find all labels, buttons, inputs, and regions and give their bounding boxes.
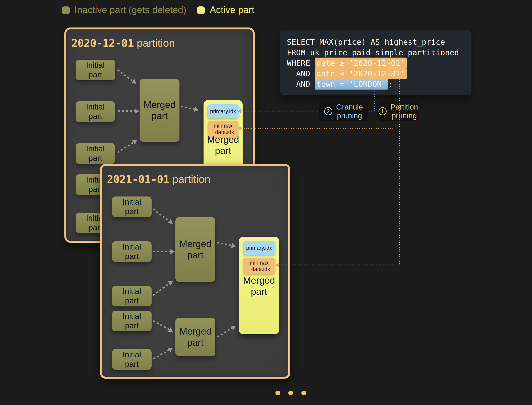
partition-2021-01-01-title: 2021-01-01 partition <box>107 173 211 186</box>
sql-text: FROM uk_price_paid_simple_partitioned <box>287 48 459 57</box>
part-label: Merged part <box>180 238 211 261</box>
date-upper-bound-highlight: date ≤ '2020-12-31' <box>315 68 407 79</box>
arrowhead-to-p1-minmax-idx-icon <box>237 126 241 131</box>
merge-arrow <box>118 110 135 112</box>
arrowhead-to-p1-primary-idx-icon <box>237 109 241 113</box>
step-1-circle-icon: 1 <box>378 107 387 115</box>
chip-label: primary.idx <box>210 108 236 115</box>
p2-primary-idx-chip: primary.idx <box>243 241 275 255</box>
part-label: Initial part <box>80 144 111 163</box>
p1-initial-part-1: Initial part <box>76 60 115 80</box>
part-label: Merged part <box>144 99 176 122</box>
inactive-part-swatch-icon <box>62 7 70 14</box>
chip-label: primary.idx <box>246 245 272 251</box>
partition-1-word: partition <box>134 37 175 49</box>
active-part-swatch-icon <box>197 7 205 14</box>
partition-1-date: 2020-12-01 <box>71 37 134 49</box>
pagination-dot-1[interactable] <box>276 391 280 395</box>
partition-2-word: partition <box>169 173 211 185</box>
sql-line-5: AND town = 'LONDON'; <box>287 79 465 89</box>
clickhouse-partition-pruning-diagram: Inactive part (gets deleted) Active part… <box>0 0 532 405</box>
arrowhead-to-p2-minmax-idx-icon <box>275 263 279 267</box>
granule-pruning-label: Granulepruning <box>336 102 363 120</box>
partition-pruning-line-a-horizontal <box>241 128 395 129</box>
part-label: Initial part <box>116 312 148 331</box>
p1-primary-idx-chip: primary.idx <box>207 104 239 118</box>
p2-minmax-date-idx-chip: minmax_date.idx <box>243 258 275 274</box>
merge-arrow <box>153 251 170 252</box>
part-label: Initial part <box>80 61 111 80</box>
callout-text: Granule <box>336 102 363 111</box>
sql-text: WHERE <box>287 59 315 68</box>
p2-merged-part-active: primary.idx minmax_date.idx Merged part <box>239 237 279 334</box>
legend-inactive-label: Inactive part (gets deleted) <box>74 5 186 15</box>
step-2-circle-icon: 2 <box>324 107 332 115</box>
sql-text: AND <box>287 80 315 88</box>
sql-text: ; <box>388 80 393 88</box>
part-label: Initial part <box>80 102 111 121</box>
part-label: Initial part <box>116 197 148 216</box>
town-filter-underline-line <box>352 87 375 88</box>
sql-line-1: SELECT MAX(price) AS highest_price <box>287 37 465 47</box>
granule-pruning-line-vertical <box>374 87 375 111</box>
part-label: Initial part <box>116 242 148 261</box>
part-label: Merged part <box>203 134 242 156</box>
sql-line-3: WHERE date ≥ '2020-12-01' <box>287 58 465 68</box>
partition-pruning-line-a-vertical <box>395 79 396 129</box>
legend-active-label: Active part <box>210 5 254 15</box>
pagination-dot-2[interactable] <box>288 391 293 395</box>
chip-label: minmax <box>250 259 269 266</box>
partition-pruning-callout: 1 Partitionpruning <box>377 102 419 121</box>
p1-initial-part-3: Initial part <box>76 143 115 164</box>
p2-merged-part-inactive-bottom: Merged part <box>175 318 215 356</box>
partition-pruning-line-b-horizontal <box>279 264 400 265</box>
p2-initial-part-4: Initial part <box>112 311 152 331</box>
part-label: Merged part <box>239 275 279 297</box>
sql-line-4: AND date ≤ '2020-12-31' <box>287 68 465 79</box>
town-filter-highlight: town = 'LONDON' <box>315 79 388 89</box>
date-lower-bound-highlight: date ≥ '2020-12-01' <box>315 58 407 68</box>
p2-merged-part-inactive-top: Merged part <box>175 217 215 282</box>
granule-pruning-callout: 2 Granulepruning <box>319 102 368 121</box>
partition-2-date: 2021-01-01 <box>107 173 169 186</box>
p1-merged-part-inactive: Merged part <box>140 79 180 142</box>
sql-text: AND <box>287 69 315 78</box>
p1-initial-part-2: Initial part <box>76 101 115 122</box>
pagination-dot-3[interactable] <box>301 391 306 395</box>
part-label: Initial part <box>116 350 148 369</box>
callout-text: pruning <box>392 111 417 120</box>
chip-label: _date.idx <box>248 266 270 272</box>
p2-initial-part-1: Initial part <box>112 196 152 217</box>
p2-initial-part-5: Initial part <box>112 349 152 370</box>
callout-text: pruning <box>337 111 362 120</box>
chip-label: minmax <box>214 122 233 129</box>
sql-text: SELECT MAX(price) AS highest_price <box>287 38 445 46</box>
partition-2020-12-01-title: 2020-12-01 partition <box>71 37 175 49</box>
partition-pruning-line-b-vertical <box>399 79 400 265</box>
p2-initial-part-2: Initial part <box>112 241 152 262</box>
part-label: Merged part <box>180 326 211 348</box>
p2-initial-part-3: Initial part <box>112 286 152 306</box>
sql-query-block: SELECT MAX(price) AS highest_price FROM … <box>280 30 471 95</box>
part-label: Initial part <box>116 287 148 306</box>
sql-line-2: FROM uk_price_paid_simple_partitioned <box>287 47 465 58</box>
